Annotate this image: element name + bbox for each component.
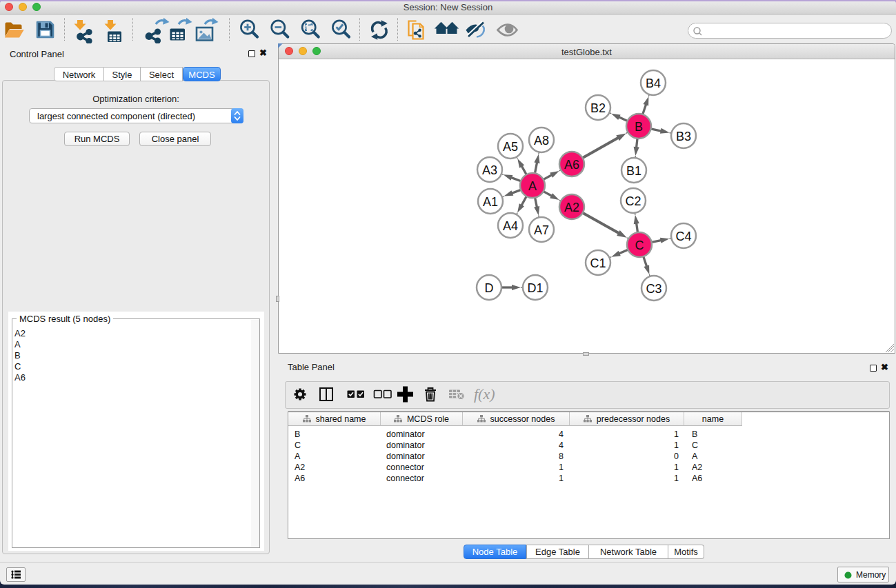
svg-text:B3: B3 bbox=[676, 130, 691, 143]
svg-text:D1: D1 bbox=[527, 281, 543, 295]
svg-text:A2: A2 bbox=[564, 201, 579, 214]
svg-text:B2: B2 bbox=[590, 101, 606, 115]
svg-text:C2: C2 bbox=[625, 194, 641, 208]
svg-text:A8: A8 bbox=[534, 134, 549, 148]
svg-text:A6: A6 bbox=[564, 158, 579, 172]
svg-text:A7: A7 bbox=[534, 223, 549, 237]
svg-text:B: B bbox=[635, 120, 643, 134]
svg-text:C: C bbox=[635, 239, 644, 252]
svg-text:C3: C3 bbox=[646, 282, 661, 296]
svg-text:C1: C1 bbox=[590, 256, 606, 270]
svg-text:D: D bbox=[485, 281, 494, 295]
svg-text:f(x): f(x) bbox=[474, 385, 495, 403]
svg-text:B1: B1 bbox=[626, 164, 641, 178]
svg-text:A5: A5 bbox=[503, 140, 518, 154]
svg-text:A: A bbox=[528, 179, 537, 193]
svg-text:C4: C4 bbox=[675, 230, 691, 243]
svg-text:A1: A1 bbox=[483, 195, 498, 209]
svg-text:B4: B4 bbox=[646, 77, 661, 90]
svg-text:A3: A3 bbox=[482, 163, 497, 177]
svg-text:A4: A4 bbox=[503, 219, 518, 233]
